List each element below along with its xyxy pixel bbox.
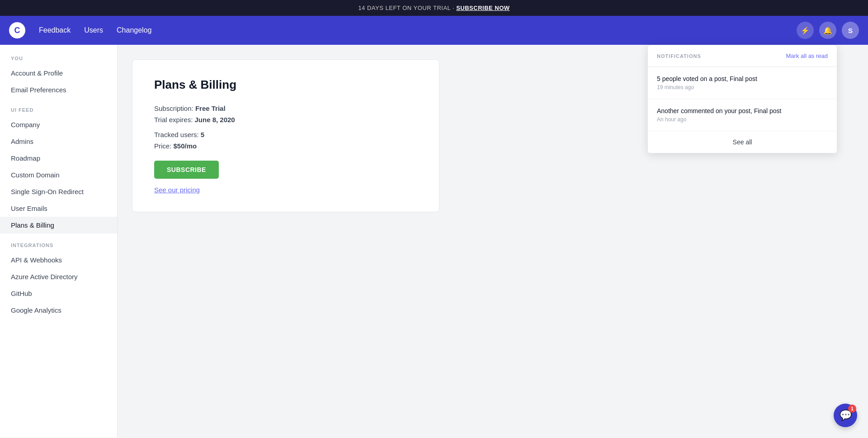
- sidebar-section-integrations: INTEGRATIONS: [0, 243, 117, 248]
- notification-item-1[interactable]: 5 people voted on a post, Final post 19 …: [648, 67, 837, 99]
- tracked-users-value: 5: [201, 131, 204, 138]
- nav-logo[interactable]: C: [9, 22, 25, 38]
- sidebar-item-account-profile[interactable]: Account & Profile: [0, 65, 117, 81]
- billing-card: Plans & Billing Subscription: Free Trial…: [132, 59, 439, 212]
- bell-icon: 🔔: [823, 26, 832, 35]
- mark-all-read[interactable]: Mark all as read: [786, 52, 828, 59]
- billing-title: Plans & Billing: [154, 78, 417, 92]
- sidebar-section-you: YOU: [0, 56, 117, 61]
- notif-time-1: 19 minutes ago: [657, 84, 828, 90]
- price-value: $50/mo: [174, 142, 197, 150]
- sidebar-item-sso[interactable]: Single Sign-On Redirect: [0, 183, 117, 200]
- sidebar-item-azure[interactable]: Azure Active Directory: [0, 268, 117, 285]
- sidebar-item-admins[interactable]: Admins: [0, 133, 117, 150]
- top-nav: C Feedback Users Changelog ⚡ 🔔 S NOTIFIC…: [0, 16, 868, 45]
- notif-time-2: An hour ago: [657, 116, 828, 123]
- trial-text: 14 DAYS LEFT ON YOUR TRIAL ·: [358, 5, 456, 11]
- sidebar-item-github[interactable]: GitHub: [0, 285, 117, 302]
- trial-expires-label: Trial expires:: [154, 116, 193, 124]
- chat-bubble[interactable]: 💬 1: [834, 404, 857, 427]
- nav-right: ⚡ 🔔 S: [797, 22, 859, 39]
- notif-header-label: NOTIFICATIONS: [657, 53, 701, 59]
- sidebar-item-custom-domain[interactable]: Custom Domain: [0, 167, 117, 183]
- sidebar-item-plans-billing[interactable]: Plans & Billing: [0, 217, 117, 233]
- sidebar-item-google-analytics[interactable]: Google Analytics: [0, 302, 117, 319]
- trial-expires-row: Trial expires: June 8, 2020: [154, 116, 417, 124]
- subscription-value: Free Trial: [195, 105, 226, 112]
- trial-expires-value: June 8, 2020: [194, 116, 235, 124]
- chat-badge: 1: [848, 405, 856, 413]
- notif-header: NOTIFICATIONS Mark all as read: [648, 45, 837, 67]
- subscribe-button[interactable]: SUBSCRIBE: [154, 161, 219, 179]
- tracked-users-label: Tracked users:: [154, 131, 199, 138]
- sidebar-section-uifeed: UI FEED: [0, 107, 117, 113]
- trial-banner: 14 DAYS LEFT ON YOUR TRIAL · SUBSCRIBE N…: [0, 0, 868, 16]
- bolt-button[interactable]: ⚡: [797, 22, 814, 39]
- nav-link-feedback[interactable]: Feedback: [39, 24, 71, 37]
- price-row: Price: $50/mo: [154, 142, 417, 150]
- bell-button[interactable]: 🔔: [819, 22, 836, 39]
- nav-link-changelog[interactable]: Changelog: [117, 24, 151, 37]
- sidebar-item-api-webhooks[interactable]: API & Webhooks: [0, 252, 117, 268]
- subscription-label: Subscription:: [154, 105, 193, 112]
- subscription-row: Subscription: Free Trial: [154, 105, 417, 112]
- notification-item-2[interactable]: Another commented on your post, Final po…: [648, 99, 837, 131]
- sidebar-item-user-emails[interactable]: User Emails: [0, 200, 117, 217]
- sidebar-item-company[interactable]: Company: [0, 116, 117, 133]
- nav-links: Feedback Users Changelog: [39, 24, 797, 37]
- notifications-dropdown: NOTIFICATIONS Mark all as read 5 people …: [647, 45, 837, 153]
- notif-title-1: 5 people voted on a post, Final post: [657, 75, 828, 82]
- notif-title-2: Another commented on your post, Final po…: [657, 107, 828, 114]
- sidebar-item-email-preferences[interactable]: Email Preferences: [0, 81, 117, 98]
- tracked-users-row: Tracked users: 5: [154, 131, 417, 138]
- bolt-icon: ⚡: [801, 26, 810, 35]
- subscribe-now-link[interactable]: SUBSCRIBE NOW: [456, 5, 509, 11]
- user-avatar-button[interactable]: S: [842, 22, 859, 39]
- price-label: Price:: [154, 142, 171, 150]
- see-all-button[interactable]: See all: [648, 131, 837, 153]
- nav-link-users[interactable]: Users: [84, 24, 103, 37]
- pricing-link[interactable]: See our pricing: [154, 186, 417, 194]
- sidebar: YOU Account & Profile Email Preferences …: [0, 45, 118, 438]
- sidebar-item-roadmap[interactable]: Roadmap: [0, 150, 117, 167]
